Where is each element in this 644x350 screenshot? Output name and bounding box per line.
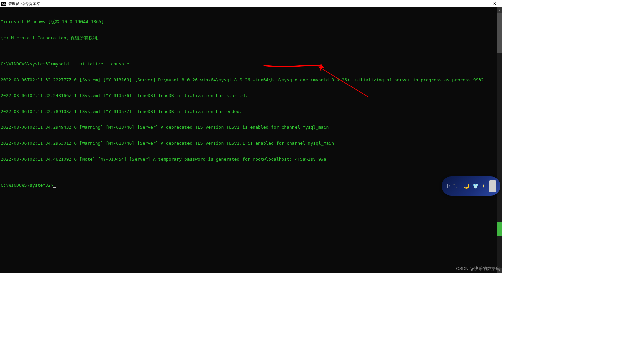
ime-floating-toolbar[interactable]: 中 °。 🌙 👕 ✦ [442, 176, 500, 196]
ime-shirt-icon[interactable]: 👕 [473, 183, 478, 189]
term-line: 2022-08-06T02:11:34.462109Z 6 [Note] [MY… [1, 157, 496, 162]
cursor [53, 187, 56, 188]
ime-mode[interactable]: 中 [446, 183, 450, 189]
window-title: 管理员: 命令提示符 [8, 1, 40, 6]
term-line: C:\WINDOWS\system32>mysqld --initialize … [1, 61, 496, 67]
term-line: 2022-08-06T02:11:32.789108Z 1 [System] [… [1, 109, 496, 114]
term-prompt: C:\WINDOWS\system32> [1, 183, 53, 188]
window-controls: — □ ✕ [458, 0, 502, 7]
terminal-content[interactable]: Microsoft Windows [版本 10.0.19044.1865] (… [0, 7, 497, 273]
minimize-button[interactable]: — [458, 0, 473, 7]
term-prompt-line: C:\WINDOWS\system32> [1, 183, 496, 188]
terminal-area: Microsoft Windows [版本 10.0.19044.1865] (… [0, 7, 502, 273]
window-icon: C:\ [1, 2, 6, 6]
vertical-scrollbar[interactable]: ▲ ▼ [497, 7, 502, 273]
term-line: 2022-08-06T02:11:32.248166Z 1 [System] [… [1, 93, 496, 98]
window-titlebar: C:\ 管理员: 命令提示符 — □ ✕ [0, 0, 502, 7]
ime-punct-icon[interactable]: °。 [453, 183, 460, 189]
watermark-text: CSDN @快乐的数据库 [456, 266, 500, 272]
close-button[interactable]: ✕ [487, 0, 502, 7]
scroll-thumb[interactable] [497, 13, 502, 53]
term-line: Microsoft Windows [版本 10.0.19044.1865] [1, 19, 496, 25]
term-line: 2022-08-06T02:11:32.222777Z 0 [System] [… [1, 77, 496, 83]
ime-moon-icon[interactable]: 🌙 [464, 183, 469, 189]
term-line: 2022-08-06T02:11:34.296301Z 0 [Warning] … [1, 141, 496, 146]
scroll-thumb-accent[interactable] [497, 222, 502, 236]
term-line: (c) Microsoft Corporation。保留所有权利。 [1, 35, 496, 41]
maximize-button[interactable]: □ [473, 0, 487, 7]
ime-star-icon[interactable]: ✦ [482, 183, 486, 189]
ime-mascot-icon[interactable] [489, 180, 496, 192]
scroll-up-arrow[interactable]: ▲ [497, 7, 502, 13]
term-line: 2022-08-06T02:11:34.294943Z 0 [Warning] … [1, 125, 496, 130]
